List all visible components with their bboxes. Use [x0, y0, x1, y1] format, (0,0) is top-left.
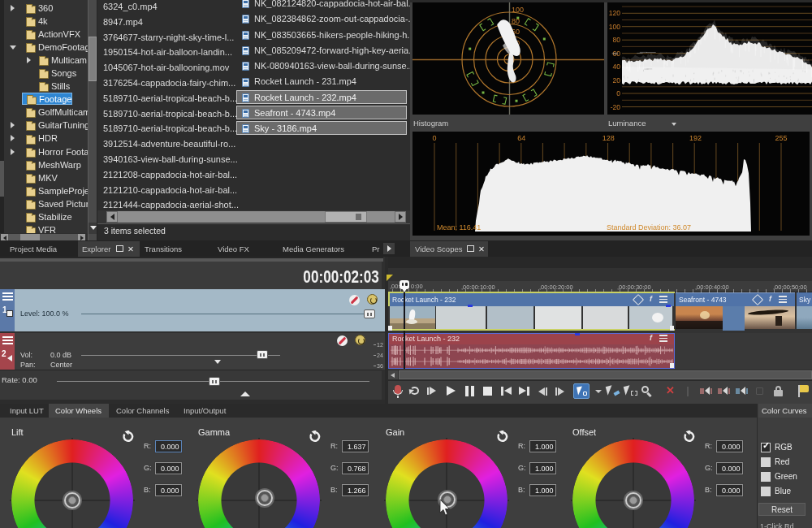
svg-text:120: 120	[609, 9, 620, 17]
svg-text:80: 80	[512, 17, 520, 25]
svg-text:Mean: 116.41: Mean: 116.41	[437, 223, 481, 232]
svg-text:Standard Deviation: 36.07: Standard Deviation: 36.07	[607, 223, 691, 232]
svg-text:40: 40	[613, 63, 621, 71]
svg-text:255: 255	[775, 134, 787, 142]
svg-text:80: 80	[613, 36, 621, 44]
svg-text:100: 100	[609, 23, 620, 31]
svg-text:-20: -20	[611, 103, 621, 111]
svg-text:20: 20	[613, 76, 621, 84]
svg-text:0: 0	[432, 134, 436, 142]
svg-text:0: 0	[616, 89, 620, 97]
svg-text:128: 128	[603, 134, 615, 142]
svg-text:64: 64	[517, 134, 525, 142]
svg-text:192: 192	[689, 134, 702, 142]
svg-text:100: 100	[512, 6, 524, 14]
